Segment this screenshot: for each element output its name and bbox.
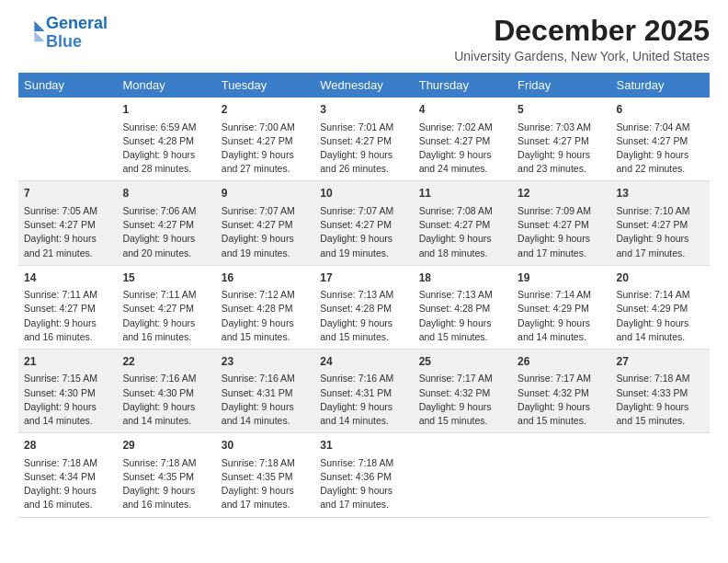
day-cell: 31Sunrise: 7:18 AMSunset: 4:36 PMDayligh…: [314, 433, 413, 517]
day-info: Sunrise: 7:07 AMSunset: 4:27 PMDaylight:…: [320, 204, 407, 260]
header-monday: Monday: [117, 73, 215, 98]
day-number: 28: [24, 438, 111, 454]
day-cell: 18Sunrise: 7:13 AMSunset: 4:28 PMDayligh…: [414, 265, 512, 349]
main-title: December 2025: [454, 15, 710, 47]
day-info: Sunrise: 7:17 AMSunset: 4:32 PMDaylight:…: [419, 372, 506, 428]
day-number: 4: [419, 102, 506, 118]
day-number: 29: [122, 438, 210, 454]
week-row-3: 14Sunrise: 7:11 AMSunset: 4:27 PMDayligh…: [18, 265, 710, 349]
day-cell: 2Sunrise: 7:00 AMSunset: 4:27 PMDaylight…: [216, 98, 314, 181]
day-number: 15: [122, 270, 210, 286]
day-number: 23: [222, 354, 309, 370]
day-cell: 30Sunrise: 7:18 AMSunset: 4:35 PMDayligh…: [216, 433, 314, 517]
day-cell: 25Sunrise: 7:17 AMSunset: 4:32 PMDayligh…: [414, 349, 512, 432]
day-cell: [512, 433, 610, 517]
day-info: Sunrise: 7:18 AMSunset: 4:36 PMDaylight:…: [320, 456, 407, 512]
day-number: 13: [617, 186, 704, 201]
day-number: 2: [222, 102, 309, 118]
day-number: 20: [617, 270, 704, 286]
day-number: 25: [419, 354, 506, 370]
day-cell: 3Sunrise: 7:01 AMSunset: 4:27 PMDaylight…: [314, 98, 413, 181]
week-row-4: 21Sunrise: 7:15 AMSunset: 4:30 PMDayligh…: [18, 349, 710, 432]
day-cell: 23Sunrise: 7:16 AMSunset: 4:31 PMDayligh…: [216, 349, 314, 432]
logo-icon: [20, 18, 46, 44]
day-info: Sunrise: 7:11 AMSunset: 4:27 PMDaylight:…: [24, 288, 111, 344]
day-cell: 13Sunrise: 7:10 AMSunset: 4:27 PMDayligh…: [611, 181, 710, 265]
day-number: 6: [617, 102, 704, 118]
day-number: 7: [24, 186, 111, 201]
day-cell: 10Sunrise: 7:07 AMSunset: 4:27 PMDayligh…: [314, 181, 413, 265]
day-number: 19: [518, 270, 605, 286]
day-number: 21: [24, 354, 111, 370]
day-info: Sunrise: 7:17 AMSunset: 4:32 PMDaylight:…: [518, 372, 605, 428]
day-number: 9: [222, 186, 309, 201]
day-info: Sunrise: 7:16 AMSunset: 4:30 PMDaylight:…: [122, 372, 210, 428]
day-number: 31: [320, 438, 407, 454]
day-cell: 15Sunrise: 7:11 AMSunset: 4:27 PMDayligh…: [117, 265, 215, 349]
day-cell: 16Sunrise: 7:12 AMSunset: 4:28 PMDayligh…: [216, 265, 314, 349]
day-number: 12: [518, 186, 605, 201]
day-info: Sunrise: 7:18 AMSunset: 4:35 PMDaylight:…: [222, 456, 309, 512]
day-number: 3: [320, 102, 407, 118]
header: General Blue December 2025 University Ga…: [18, 15, 710, 63]
calendar-table: SundayMondayTuesdayWednesdayThursdayFrid…: [18, 73, 710, 517]
day-number: 14: [24, 270, 111, 286]
svg-marker-1: [34, 31, 44, 41]
day-cell: 27Sunrise: 7:18 AMSunset: 4:33 PMDayligh…: [611, 349, 710, 432]
day-cell: 14Sunrise: 7:11 AMSunset: 4:27 PMDayligh…: [18, 265, 117, 349]
day-info: Sunrise: 7:16 AMSunset: 4:31 PMDaylight:…: [222, 372, 309, 428]
day-cell: 24Sunrise: 7:16 AMSunset: 4:31 PMDayligh…: [314, 349, 413, 432]
day-info: Sunrise: 7:02 AMSunset: 4:27 PMDaylight:…: [419, 121, 506, 177]
day-info: Sunrise: 6:59 AMSunset: 4:28 PMDaylight:…: [122, 121, 210, 177]
day-info: Sunrise: 7:11 AMSunset: 4:27 PMDaylight:…: [122, 288, 210, 344]
day-number: 27: [617, 354, 704, 370]
day-info: Sunrise: 7:12 AMSunset: 4:28 PMDaylight:…: [222, 288, 309, 344]
day-cell: 5Sunrise: 7:03 AMSunset: 4:27 PMDaylight…: [512, 98, 610, 181]
day-cell: 6Sunrise: 7:04 AMSunset: 4:27 PMDaylight…: [611, 98, 710, 181]
day-info: Sunrise: 7:04 AMSunset: 4:27 PMDaylight:…: [617, 121, 704, 177]
day-info: Sunrise: 7:18 AMSunset: 4:35 PMDaylight:…: [122, 456, 210, 512]
day-info: Sunrise: 7:01 AMSunset: 4:27 PMDaylight:…: [320, 121, 407, 177]
header-friday: Friday: [512, 73, 610, 98]
day-number: 18: [419, 270, 506, 286]
logo: General Blue: [18, 15, 108, 52]
day-info: Sunrise: 7:15 AMSunset: 4:30 PMDaylight:…: [24, 372, 111, 428]
day-info: Sunrise: 7:13 AMSunset: 4:28 PMDaylight:…: [419, 288, 506, 344]
title-block: December 2025 University Gardens, New Yo…: [454, 15, 710, 63]
header-thursday: Thursday: [414, 73, 512, 98]
week-row-2: 7Sunrise: 7:05 AMSunset: 4:27 PMDaylight…: [18, 181, 710, 265]
header-sunday: Sunday: [18, 73, 117, 98]
day-number: 26: [518, 354, 605, 370]
day-info: Sunrise: 7:14 AMSunset: 4:29 PMDaylight:…: [518, 288, 605, 344]
day-info: Sunrise: 7:10 AMSunset: 4:27 PMDaylight:…: [617, 204, 704, 260]
day-info: Sunrise: 7:05 AMSunset: 4:27 PMDaylight:…: [24, 204, 111, 260]
week-row-5: 28Sunrise: 7:18 AMSunset: 4:34 PMDayligh…: [18, 433, 710, 517]
day-cell: 1Sunrise: 6:59 AMSunset: 4:28 PMDaylight…: [117, 98, 215, 181]
day-cell: [611, 433, 710, 517]
header-saturday: Saturday: [611, 73, 710, 98]
day-number: 22: [122, 354, 210, 370]
svg-marker-0: [34, 21, 44, 31]
day-cell: 7Sunrise: 7:05 AMSunset: 4:27 PMDaylight…: [18, 181, 117, 265]
day-number: 30: [222, 438, 309, 454]
day-cell: 12Sunrise: 7:09 AMSunset: 4:27 PMDayligh…: [512, 181, 610, 265]
day-cell: 29Sunrise: 7:18 AMSunset: 4:35 PMDayligh…: [117, 433, 215, 517]
day-number: 5: [518, 102, 605, 118]
day-info: Sunrise: 7:18 AMSunset: 4:33 PMDaylight:…: [617, 372, 704, 428]
day-cell: 4Sunrise: 7:02 AMSunset: 4:27 PMDaylight…: [414, 98, 512, 181]
day-number: 17: [320, 270, 407, 286]
day-info: Sunrise: 7:03 AMSunset: 4:27 PMDaylight:…: [518, 121, 605, 177]
day-info: Sunrise: 7:18 AMSunset: 4:34 PMDaylight:…: [24, 456, 111, 512]
day-number: 10: [320, 186, 407, 201]
day-cell: 28Sunrise: 7:18 AMSunset: 4:34 PMDayligh…: [18, 433, 117, 517]
logo-general: General: [46, 14, 108, 32]
day-cell: 21Sunrise: 7:15 AMSunset: 4:30 PMDayligh…: [18, 349, 117, 432]
week-row-1: 1Sunrise: 6:59 AMSunset: 4:28 PMDaylight…: [18, 98, 710, 181]
day-info: Sunrise: 7:08 AMSunset: 4:27 PMDaylight:…: [419, 204, 506, 260]
day-info: Sunrise: 7:06 AMSunset: 4:27 PMDaylight:…: [122, 204, 210, 260]
day-cell: 19Sunrise: 7:14 AMSunset: 4:29 PMDayligh…: [512, 265, 610, 349]
day-info: Sunrise: 7:14 AMSunset: 4:29 PMDaylight:…: [617, 288, 704, 344]
subtitle: University Gardens, New York, United Sta…: [454, 49, 710, 63]
logo-blue: Blue: [46, 32, 82, 51]
day-info: Sunrise: 7:13 AMSunset: 4:28 PMDaylight:…: [320, 288, 407, 344]
